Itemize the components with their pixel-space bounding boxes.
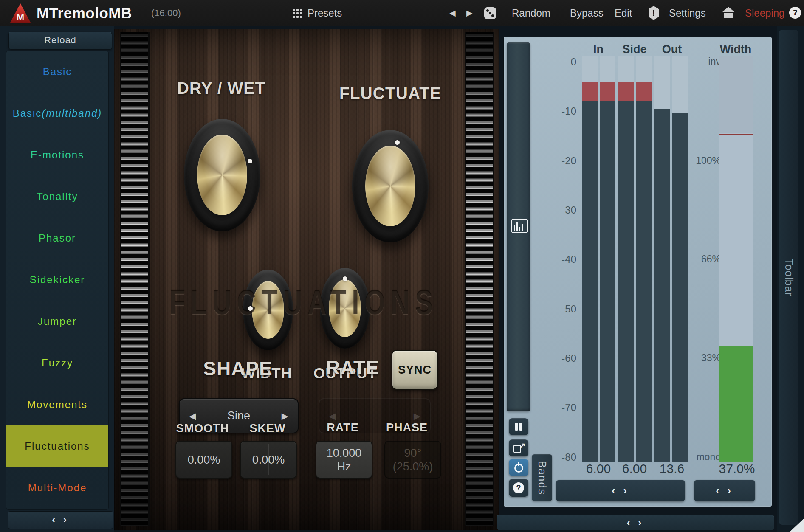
shape-value: Sine (180, 409, 298, 422)
meter-header-in: In (593, 43, 604, 56)
meter-help-button[interactable]: ? (509, 479, 528, 497)
bypass-button[interactable]: Bypass (570, 0, 604, 26)
shape-section-label: SHAPE (203, 357, 272, 380)
home-base (724, 13, 733, 18)
presets-button[interactable]: Presets (307, 0, 342, 26)
dry-wet-knob[interactable] (184, 119, 260, 231)
melda-logo-icon[interactable]: M (10, 3, 31, 23)
smooth-label: SMOOTH (176, 422, 229, 435)
sidebar-item-label: Tonality (37, 191, 78, 203)
randomize-dice-icon[interactable] (484, 7, 496, 19)
bands-tab[interactable]: Bands (532, 454, 552, 501)
sidebar-item-e-motions[interactable]: E-motions (6, 134, 108, 176)
sidebar-item-multi-mode[interactable]: Multi-Mode (6, 467, 108, 509)
bottom-expander-bar[interactable]: ‹ › (497, 515, 774, 530)
smooth-field[interactable]: 0.00% (175, 441, 232, 479)
smooth-value: 0.00% (188, 453, 220, 467)
random-button[interactable]: Random (512, 0, 550, 26)
sidebar-expander[interactable]: ‹ › (8, 511, 113, 529)
sidebar-item-label: E-motions (31, 149, 84, 161)
out-meter-value: 13.6 (660, 462, 684, 476)
help-icon[interactable]: ? (789, 7, 801, 19)
settings-button[interactable]: Settings (669, 0, 706, 26)
sidebar-item-fuzzy[interactable]: Fuzzy (6, 342, 108, 384)
pause-metering-button[interactable] (509, 418, 528, 435)
meter-power-button[interactable] (509, 459, 528, 476)
rate-sync-next-icon: ▶ (414, 411, 420, 421)
power-icon-bar (518, 462, 519, 466)
rate-sync-prev-icon: ◀ (329, 411, 336, 421)
question-icon: ? (513, 482, 524, 493)
meter-header-side: Side (622, 43, 646, 56)
fluctuate-knob[interactable] (352, 130, 429, 242)
presets-grid-icon[interactable] (292, 8, 302, 18)
reload-button[interactable]: Reload (8, 32, 112, 50)
sidebar-item-sidekicker[interactable]: Sidekicker (6, 259, 108, 301)
rate-field[interactable]: 10.000 Hz (316, 441, 372, 479)
sleeping-status[interactable]: Sleeping (745, 0, 784, 26)
popout-meter-button[interactable]: ↗ (509, 439, 528, 456)
toolbar-tab[interactable]: Toolbar (779, 30, 798, 525)
width-knob-indicator (248, 306, 253, 311)
sidebar-item-label: Basic (13, 107, 42, 119)
out-meter-bar-left (654, 56, 670, 462)
sidebar-item-basic[interactable]: Basic (6, 51, 108, 93)
plugin-title: MTremoloMB (37, 0, 132, 26)
resize-grip[interactable] (790, 518, 804, 532)
sidebar-item-label: Basic (43, 66, 72, 78)
out-meter (654, 56, 688, 462)
shape-next-icon[interactable]: ▶ (282, 411, 288, 421)
main-edit-panel: DRY / WET FLUCTUATE WIDTH OUTPUT FLUCTUA… (114, 29, 499, 530)
width-tick: 66% (690, 253, 721, 265)
previous-preset-button[interactable]: ◀ (449, 0, 456, 26)
toolbar-tab-label: Toolbar (783, 259, 795, 296)
sidebar-item-label: Jumper (38, 315, 77, 327)
fluctuations-ghost-title: FLUCTUATIONS (169, 282, 438, 322)
db-tick: 0 (550, 56, 576, 68)
out-meter-bar-right (672, 56, 688, 462)
phase-field-disabled: 90° (25.0%) (384, 441, 441, 479)
sidebar-item-movements[interactable]: Movements (6, 384, 108, 425)
width-tick: 100% (690, 155, 721, 166)
meter-scrollbar-right[interactable]: ‹ › (694, 480, 755, 501)
sidebar-item-jumper[interactable]: Jumper (6, 301, 108, 342)
preset-list: Basic Basic (multiband) E-motions Tonali… (6, 51, 109, 510)
sidebar-item-phasor[interactable]: Phasor (6, 217, 108, 259)
alert-icon[interactable]: ! (649, 6, 659, 20)
sidebar-item-fluctuations-selected[interactable]: Fluctuations (6, 425, 108, 467)
meter-panel: In Side Out Width 0 -10 -20 -30 -40 -50 … (504, 37, 772, 507)
side-meter-bar-left (618, 56, 634, 462)
in-meter-value: 6.00 (586, 462, 611, 476)
db-tick: -30 (550, 204, 576, 216)
width-meter-marker (719, 134, 753, 135)
sidebar-item-label: Multi-Mode (28, 482, 87, 494)
metal-strip-left (120, 32, 150, 526)
db-tick: -20 (550, 155, 576, 167)
side-meter-bar-right (636, 56, 652, 462)
db-tick: -60 (550, 352, 576, 364)
width-tick: mono (690, 451, 721, 463)
sync-button[interactable]: SYNC (392, 350, 438, 390)
sidebar-item-tonality[interactable]: Tonality (6, 176, 108, 217)
width-meter-fill (719, 346, 753, 462)
popout-arrow-icon: ↗ (519, 441, 525, 450)
sidebar-item-basic-multiband[interactable]: Basic (multiband) (6, 93, 108, 134)
edit-button[interactable]: Edit (615, 0, 632, 26)
plugin-window: M MTremoloMB (16.00) Presets ◀ ▶ Random … (0, 0, 804, 532)
rate-unit: Hz (337, 460, 351, 473)
meter-header-width: Width (720, 43, 752, 56)
toolbar-strip: Toolbar (777, 26, 804, 532)
skew-field[interactable]: 0.00% (240, 441, 297, 479)
skew-label: SKEW (250, 422, 286, 435)
phase-value: 90° (404, 446, 422, 460)
dry-wet-label: DRY / WET (177, 79, 265, 98)
meter-scrollbar-left[interactable]: ‹ › (556, 480, 685, 501)
histogram-icon[interactable] (511, 219, 528, 233)
width-tick: 33% (690, 352, 721, 364)
home-icon[interactable] (722, 7, 735, 19)
in-meter-bar-left (582, 56, 598, 462)
fluctuate-knob-indicator (395, 140, 400, 145)
plugin-version: (16.00) (151, 0, 181, 26)
next-preset-button[interactable]: ▶ (466, 0, 473, 26)
metal-strip-right (465, 32, 494, 526)
